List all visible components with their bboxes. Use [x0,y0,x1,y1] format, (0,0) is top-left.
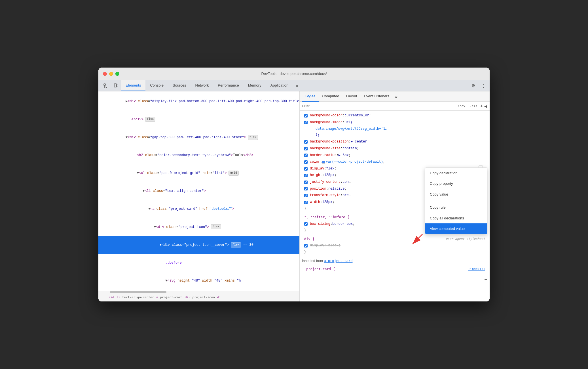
dom-scrollbar-thumb[interactable] [110,291,166,293]
breadcrumb-item[interactable]: div.project-icon [185,295,215,299]
prop-checkbox[interactable] [304,174,308,177]
more-options-icon[interactable]: ⋮ [479,82,487,90]
devtools-tabs: Elements Console Sources Network Perform… [121,80,469,91]
rule-selector-line: div { user agent stylesheet [302,236,487,243]
traffic-lights [103,72,119,76]
filter-input[interactable] [302,104,454,108]
svg-rect-4 [117,85,118,87]
device-icon[interactable] [111,80,121,91]
dom-scrollbar[interactable] [98,291,299,293]
cls-button[interactable]: .cls [468,104,479,108]
dom-content[interactable]: ▶<div class="display-flex pad-bottom-300… [98,91,299,291]
context-menu: Copy declaration Copy property Copy valu… [425,167,487,234]
tab-console[interactable]: Console [145,80,168,91]
rule-source[interactable]: (index):1 [468,266,485,272]
rule-source-ua: user agent stylesheet [446,236,485,242]
collapse-panel-button[interactable]: ◀ [484,104,487,108]
inspector-icon[interactable] [101,80,111,91]
style-prop-line[interactable]: background-position: ▶ center; [302,139,487,145]
prop-checkbox[interactable] [304,222,308,226]
minimize-button[interactable] [109,72,113,76]
prop-checkbox[interactable] [304,147,308,150]
context-menu-copy-all-declarations[interactable]: Copy all declarations [425,213,487,223]
dom-line[interactable]: ▼<svg height="48" width="48" xmlns="h [98,272,299,290]
context-menu-copy-property[interactable]: Copy property [425,178,487,189]
hov-button[interactable]: :hov [456,104,467,108]
tab-computed[interactable]: Computed [319,91,342,102]
tab-network[interactable]: Network [191,80,213,91]
more-tabs-button[interactable]: » [293,80,301,91]
devtools-body: ▶<div class="display-flex pad-bottom-300… [98,91,490,301]
tab-actions: ⚙ ⋮ [469,80,487,91]
style-prop-line[interactable]: background-size: contain; [302,145,487,152]
prop-checkbox[interactable] [304,154,308,157]
rule-close-brace: } [302,249,487,255]
breadcrumb-item[interactable]: di [217,295,221,299]
add-selector-button[interactable]: + [484,275,487,284]
tab-application[interactable]: Application [266,80,293,91]
dom-line[interactable]: <h2 class="color-secondary-text type--ey… [98,146,299,164]
settings-icon[interactable]: ⚙ [469,82,477,90]
context-menu-copy-rule[interactable]: Copy rule [425,202,487,213]
style-prop-line[interactable]: border-radius: ▶ 6px; [302,152,487,159]
context-menu-separator [425,201,487,201]
filter-bar: :hov .cls + ◀ [300,102,490,111]
devtools-window: DevTools - developer.chrome.com/docs/ El… [98,68,490,301]
styles-tabs: Styles Computed Layout Event Listeners » [300,91,490,102]
breadcrumb-end-dots[interactable]: … [221,295,223,299]
prop-checkbox[interactable] [304,167,308,171]
tab-performance[interactable]: Performance [213,80,243,91]
prop-checkbox[interactable] [304,121,308,124]
prop-checkbox[interactable] [304,114,308,118]
style-rule-useragent: div { user agent stylesheet display: blo… [300,235,490,256]
tab-memory[interactable]: Memory [244,80,266,91]
breadcrumb-item[interactable]: rid [109,295,114,299]
tab-elements[interactable]: Elements [121,80,145,91]
breadcrumb-item[interactable]: a.project-card [156,295,183,299]
prop-checkbox[interactable] [304,140,308,144]
dom-line[interactable]: ::before [98,254,299,272]
tab-styles[interactable]: Styles [302,91,319,102]
window-title: DevTools - developer.chrome.com/docs/ [261,72,327,76]
context-menu-view-computed[interactable]: View computed value [425,223,487,234]
style-prop-line[interactable]: background-image: url( [302,119,487,126]
add-style-rule-button[interactable]: + [480,104,483,109]
dom-line[interactable]: ▼<div class="gap-top-300 pad-left-400 pa… [98,128,299,146]
style-prop-line[interactable]: color: var(--color-project-default); [302,159,487,165]
breadcrumb-dots[interactable]: ... [101,295,106,299]
breadcrumb: ... rid li.text-align-center a.project-c… [98,293,299,301]
dom-line[interactable]: ▶<div class="display-flex pad-bottom-300… [98,93,299,110]
style-prop-line[interactable]: background-color: currentColor; [302,112,487,119]
prop-value-end: ); [302,132,487,139]
dom-line[interactable]: ▼<ul class="pad-0 project-grid" role="li… [98,164,299,182]
prop-checkbox[interactable] [304,194,308,197]
prop-checkbox[interactable] [304,244,308,248]
maximize-button[interactable] [115,72,119,76]
dom-line[interactable]: </div>flex [98,110,299,128]
prop-checkbox[interactable] [304,201,308,204]
color-swatch[interactable] [322,161,325,163]
tab-sources[interactable]: Sources [168,80,191,91]
close-button[interactable] [103,72,107,76]
tab-layout[interactable]: Layout [342,91,360,102]
svg-line-2 [105,87,107,88]
dom-panel: ▶<div class="display-flex pad-bottom-300… [98,91,300,301]
inherited-source-link[interactable]: a.project-card [324,259,352,263]
style-rule-project-card: .project-card { (index):1 [300,265,490,273]
dom-line[interactable]: ▼<div class="project-icon">flex [98,218,299,236]
style-prop-line[interactable]: display: block; [302,242,487,249]
prop-checkbox[interactable] [304,181,308,184]
rule-selector-line: .project-card { (index):1 [302,266,487,273]
styles-content[interactable]: background-color: currentColor; backgrou… [300,111,490,301]
tab-event-listeners[interactable]: Event Listeners [360,91,393,102]
more-styles-tabs[interactable]: » [393,94,400,99]
context-menu-copy-value[interactable]: Copy value [425,189,487,200]
context-menu-copy-declaration[interactable]: Copy declaration [425,168,487,178]
breadcrumb-item[interactable]: li.text-align-center [117,295,154,299]
prop-checkbox[interactable] [304,160,308,164]
dom-line[interactable]: ▼<li class="text-align-center"> [98,182,299,200]
dom-line[interactable]: ▼<a class="project-card" href="devtools/… [98,200,299,218]
prop-checkbox[interactable] [304,187,308,190]
dom-line-selected[interactable]: ▼<div class="project-icon__cover">flex==… [98,236,299,254]
inherited-from: Inherited from a.project-card [300,257,490,265]
